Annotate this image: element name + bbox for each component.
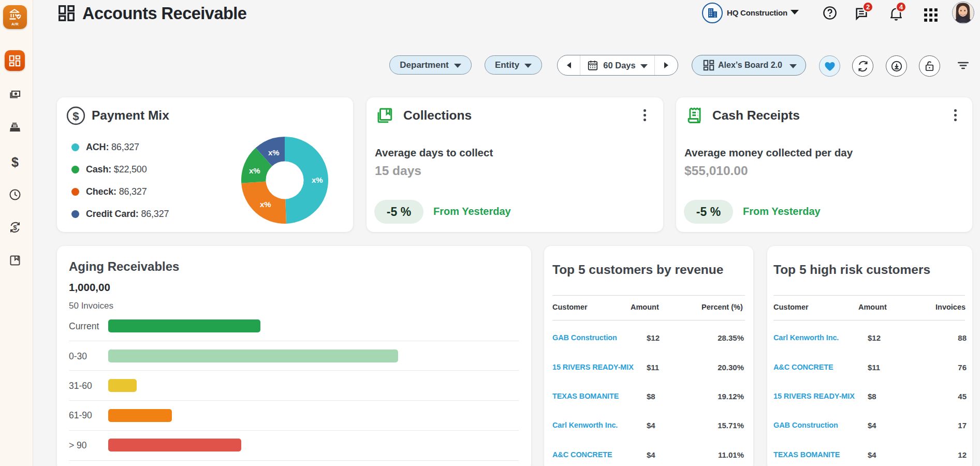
svg-text:$: $	[13, 224, 18, 231]
svg-text:$: $	[72, 110, 79, 123]
